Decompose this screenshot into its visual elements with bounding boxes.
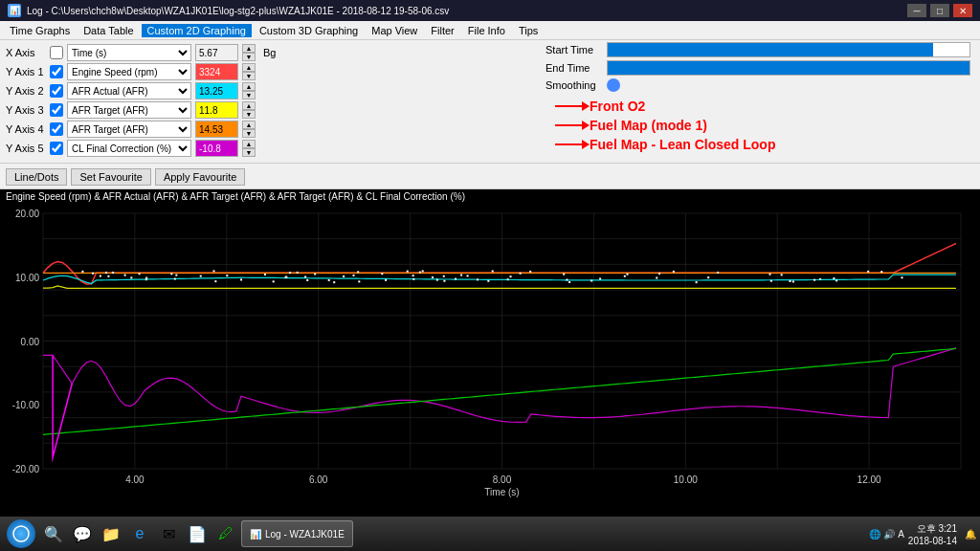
x-axis-label: X Axis — [6, 47, 46, 58]
y4-spin-down[interactable]: ▼ — [242, 129, 256, 138]
set-favourite-button[interactable]: Set Favourite — [71, 168, 150, 186]
start-time-bar[interactable] — [607, 42, 970, 57]
volume-icon[interactable]: 🔊 — [883, 529, 895, 540]
smoothing-indicator — [607, 78, 620, 92]
controls-wrapper: X Axis Time (s) 5.67 ▲▼ Bg Y Axis 1 Engi… — [0, 40, 980, 189]
menu-custom-3d[interactable]: Custom 3D Graphing — [254, 24, 364, 37]
title-bar: 📊 Log - C:\Users\chch8w\Desktop\WZA1JK01… — [0, 0, 980, 21]
start-orb — [7, 519, 35, 548]
taskbar: 🔍 💬 📁 e ✉ 📄 🖊 📊 Log - WZA1JK01E 🌐 🔊 A 오후… — [0, 517, 980, 551]
start-time-label: Start Time — [546, 44, 603, 55]
menu-data-table[interactable]: Data Table — [78, 24, 139, 37]
y1-axis-label: Y Axis 1 — [6, 66, 46, 77]
line-dots-button[interactable]: Line/Dots — [6, 168, 67, 186]
y4-axis-label: Y Axis 4 — [6, 123, 46, 135]
y4-spin-up[interactable]: ▲ — [242, 121, 256, 129]
end-time-row: End Time — [546, 60, 970, 76]
start-button[interactable] — [4, 518, 38, 549]
x-axis-select[interactable]: Time (s) — [67, 44, 191, 61]
notification-bell[interactable]: 🔔 — [965, 529, 976, 540]
app-icon: 📊 — [8, 4, 21, 17]
taskbar-cortana-icon[interactable]: 💬 — [69, 520, 96, 547]
menu-file-info[interactable]: File Info — [462, 24, 511, 37]
taskbar-edge-icon[interactable]: e — [126, 520, 153, 547]
start-time-fill — [608, 43, 933, 56]
x-axis-value: 5.67 — [195, 44, 238, 61]
taskbar-app-running[interactable]: 📊 Log - WZA1JK01E — [241, 520, 353, 547]
menu-tips[interactable]: Tips — [513, 24, 544, 37]
start-time-row: Start Time — [546, 42, 970, 57]
x-spin-down[interactable]: ▼ — [242, 53, 256, 61]
maximize-button[interactable]: □ — [930, 4, 949, 17]
y3-axis-value: 11.8 — [195, 101, 238, 119]
y3-axis-label: Y Axis 3 — [6, 104, 46, 116]
clock[interactable]: 오후 3:21 2018-08-14 — [908, 522, 957, 546]
y5-axis-checkbox[interactable] — [50, 142, 63, 155]
minimize-button[interactable]: ─ — [907, 4, 926, 17]
y5-axis-label: Y Axis 5 — [6, 143, 46, 154]
graph-canvas[interactable] — [0, 204, 980, 497]
y2-spin-up[interactable]: ▲ — [242, 82, 256, 91]
menu-time-graphs[interactable]: Time Graphs — [4, 24, 76, 37]
end-time-bar[interactable] — [607, 60, 970, 76]
end-time-fill — [608, 61, 969, 75]
graph-container: Engine Speed (rpm) & AFR Actual (AFR) & … — [0, 189, 980, 517]
y3-spin-up[interactable]: ▲ — [242, 101, 256, 110]
y1-axis-value: 3324 — [195, 63, 238, 80]
svg-point-0 — [13, 526, 29, 541]
clock-time: 오후 3:21 — [908, 522, 957, 536]
y1-spin-down[interactable]: ▼ — [242, 72, 256, 80]
y2-axis-select[interactable]: AFR Actual (AFR) — [67, 82, 191, 99]
apply-favourite-button[interactable]: Apply Favourite — [155, 168, 245, 186]
battery-icon: A — [898, 529, 904, 540]
menu-custom-2d[interactable]: Custom 2D Graphing — [142, 24, 252, 37]
fuel-map-lean-annotation: Fuel Map - Lean Closed Loop — [590, 137, 775, 152]
network-icon[interactable]: 🌐 — [869, 529, 880, 540]
bottom-buttons: Line/Dots Set Favourite Apply Favourite — [0, 165, 980, 189]
window-title: Log - C:\Users\chch8w\Desktop\WZA1JK01E\… — [27, 6, 449, 16]
smoothing-label: Smoothing — [546, 79, 603, 91]
x-spin-up[interactable]: ▲ — [242, 44, 256, 53]
menu-bar: Time Graphs Data Table Custom 2D Graphin… — [0, 21, 980, 40]
y4-axis-value: 14.53 — [195, 121, 238, 138]
y1-axis-select[interactable]: Engine Speed (rpm) — [67, 63, 191, 80]
taskbar-mail-icon[interactable]: ✉ — [155, 520, 182, 547]
menu-map-view[interactable]: Map View — [366, 24, 423, 37]
y5-axis-select[interactable]: CL Final Correction (%) — [67, 140, 191, 157]
front-o2-annotation: Front O2 — [590, 99, 645, 114]
close-button[interactable]: ✕ — [953, 4, 972, 17]
y3-axis-checkbox[interactable] — [50, 103, 63, 117]
y5-axis-value: -10.8 — [195, 140, 238, 157]
y2-axis-checkbox[interactable] — [50, 84, 63, 98]
end-time-label: End Time — [546, 62, 603, 74]
y2-axis-label: Y Axis 2 — [6, 85, 46, 97]
y3-spin-down[interactable]: ▼ — [242, 110, 256, 119]
y5-spin-up[interactable]: ▲ — [242, 140, 256, 148]
menu-filter[interactable]: Filter — [425, 24, 459, 37]
notification-area: 🌐 🔊 A — [869, 529, 904, 540]
taskbar-pdf-icon[interactable]: 📄 — [184, 520, 211, 547]
bg-label: Bg — [263, 47, 276, 58]
annotations: Front O2 Fuel Map (mode 1) Fuel Map - Le… — [555, 99, 970, 152]
y1-spin-up[interactable]: ▲ — [242, 63, 256, 72]
smoothing-row: Smoothing — [546, 78, 970, 92]
fuel-map-annotation: Fuel Map (mode 1) — [590, 118, 707, 133]
y4-axis-select[interactable]: AFR Target (AFR) — [67, 121, 191, 138]
taskbar-app-icon[interactable]: 🖊 — [212, 520, 239, 547]
x-axis-checkbox[interactable] — [50, 46, 63, 59]
clock-date: 2018-08-14 — [908, 536, 957, 546]
y2-spin-down[interactable]: ▼ — [242, 91, 256, 99]
taskbar-search-icon[interactable]: 🔍 — [40, 520, 67, 547]
graph-title: Engine Speed (rpm) & AFR Actual (AFR) & … — [0, 189, 980, 204]
taskbar-app-label: Log - WZA1JK01E — [265, 529, 345, 540]
y3-axis-select[interactable]: AFR Target (AFR) — [67, 101, 191, 119]
y4-axis-checkbox[interactable] — [50, 122, 63, 136]
y1-axis-checkbox[interactable] — [50, 65, 63, 78]
taskbar-folder-icon[interactable]: 📁 — [98, 520, 124, 547]
y2-axis-value: 13.25 — [195, 82, 238, 99]
y5-spin-down[interactable]: ▼ — [242, 148, 256, 157]
